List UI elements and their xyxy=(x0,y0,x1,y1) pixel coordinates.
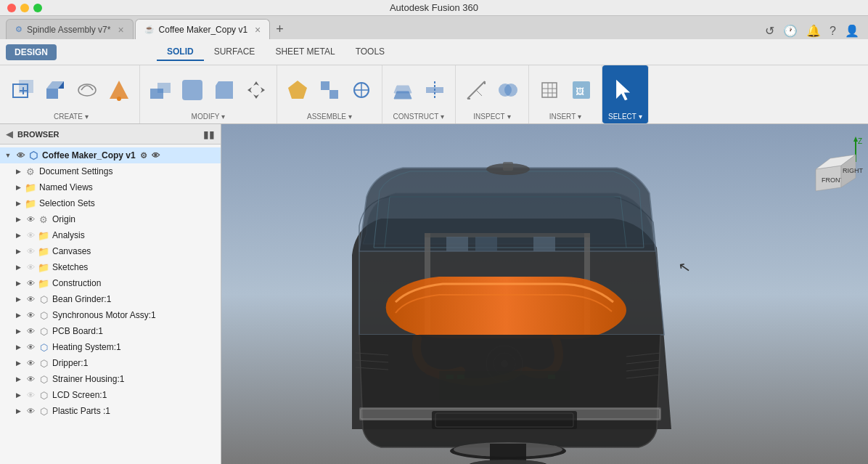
insert-mesh-tool[interactable] xyxy=(535,76,564,105)
select-label[interactable]: SELECT ▾ xyxy=(608,113,642,121)
move-tool[interactable] xyxy=(242,76,271,105)
tree-expand-strainer[interactable]: ▶ xyxy=(13,374,23,384)
tree-item-pcb[interactable]: ▶ 👁 ⬡ PCB Board:1 xyxy=(0,323,221,339)
tree-eye-analysis[interactable]: 👁 xyxy=(25,229,36,241)
tab-sheet-metal[interactable]: SHEET METAL xyxy=(265,44,345,61)
assemble-group: ASSEMBLE ▾ xyxy=(277,65,382,123)
insert-label[interactable]: INSERT ▾ xyxy=(549,113,582,121)
new-component-tool[interactable] xyxy=(9,76,38,105)
midplane-tool[interactable] xyxy=(420,76,449,105)
tree-item-dripper[interactable]: ▶ 👁 ⬡ Dripper:1 xyxy=(0,355,221,371)
tree-item-motor[interactable]: ▶ 👁 ⬡ Synchronous Motor Assy:1 xyxy=(0,307,221,323)
tree-eye-bean-grinder[interactable]: 👁 xyxy=(25,293,36,305)
tree-expand-motor[interactable]: ▶ xyxy=(13,310,23,320)
tree-item-strainer[interactable]: ▶ 👁 ⬡ Strainer Housing:1 xyxy=(0,371,221,387)
tree-eye-strainer[interactable]: 👁 xyxy=(25,373,36,385)
tree-eye-origin[interactable]: 👁 xyxy=(25,213,36,225)
viewport[interactable]: ↖ Z FRONT RIGHT xyxy=(221,124,868,464)
tree-item-root[interactable]: ▼ 👁 ⬡ Coffee Maker_Copy v1 ⚙ 👁 xyxy=(0,147,221,163)
clock-icon[interactable]: 🕐 xyxy=(780,23,801,39)
offset-plane-tool[interactable] xyxy=(388,76,417,105)
tree-expand-canvases[interactable]: ▶ xyxy=(13,246,23,256)
tree-expand-plastic[interactable]: ▶ xyxy=(13,406,23,416)
tree-item-plastic-parts[interactable]: ▶ 👁 ⬡ Plastic Parts :1 xyxy=(0,403,221,419)
tree-settings-root[interactable]: ⚙ xyxy=(140,151,147,160)
tree-item-doc-settings[interactable]: ▶ ⚙ Document Settings xyxy=(0,163,221,179)
tree-eye-motor[interactable]: 👁 xyxy=(25,309,36,321)
tree-eye-pcb[interactable]: 👁 xyxy=(25,325,36,337)
new-tab-button[interactable]: + xyxy=(271,19,288,39)
viewcube[interactable]: Z FRONT RIGHT xyxy=(801,133,859,191)
create-label[interactable]: CREATE ▾ xyxy=(54,113,89,121)
tree-expand-sketches[interactable]: ▶ xyxy=(13,262,23,272)
tree-expand-doc[interactable]: ▶ xyxy=(13,166,23,176)
tree-eye-construction[interactable]: 👁 xyxy=(25,277,36,289)
tree-item-sketches[interactable]: ▶ 👁 📁 Sketches xyxy=(0,259,221,275)
help-icon[interactable]: ? xyxy=(827,23,839,39)
profile-icon[interactable]: 👤 xyxy=(842,23,862,39)
press-pull-tool[interactable] xyxy=(146,76,175,105)
toolbar: DESIGN SOLID SURFACE SHEET METAL TOOLS xyxy=(0,39,868,124)
browser-collapse-btn[interactable]: ▮▮ xyxy=(203,129,215,140)
construct-label[interactable]: CONSTRUCT ▾ xyxy=(393,113,445,121)
tree-item-named-views[interactable]: ▶ 📁 Named Views xyxy=(0,179,221,195)
tab-coffee[interactable]: ☕ Coffee Maker_Copy v1 × xyxy=(135,19,271,39)
tree-expand-root[interactable]: ▼ xyxy=(3,150,13,160)
motion-link-tool[interactable] xyxy=(347,76,376,105)
interference-tool[interactable] xyxy=(494,76,523,105)
browser-back-icon[interactable]: ◀ xyxy=(6,129,13,139)
tab-coffee-close[interactable]: × xyxy=(255,25,261,35)
maximize-button[interactable] xyxy=(33,4,42,12)
design-button[interactable]: DESIGN xyxy=(6,44,57,60)
tree-item-lcd[interactable]: ▶ 👁 ⬡ LCD Screen:1 xyxy=(0,387,221,403)
tree-expand-lcd[interactable]: ▶ xyxy=(13,390,23,400)
tree-eye-plastic[interactable]: 👁 xyxy=(25,405,36,417)
tab-tools[interactable]: TOOLS xyxy=(345,44,395,61)
tree-eye-lcd[interactable]: 👁 xyxy=(25,389,36,401)
fillet-tool[interactable] xyxy=(178,76,207,105)
tree-expand-construction[interactable]: ▶ xyxy=(13,278,23,288)
tree-item-analysis[interactable]: ▶ 👁 📁 Analysis xyxy=(0,227,221,243)
sketch-tool[interactable] xyxy=(105,76,134,105)
tree-expand-bean-grinder[interactable]: ▶ xyxy=(13,294,23,304)
tree-eye-sketches[interactable]: 👁 xyxy=(25,261,36,273)
tree-expand-dripper[interactable]: ▶ xyxy=(13,358,23,368)
tree-item-heating[interactable]: ▶ 👁 ⬡ Heating System:1 xyxy=(0,339,221,355)
tree-expand-analysis[interactable]: ▶ xyxy=(13,230,23,240)
revolve-tool[interactable] xyxy=(73,76,102,105)
tree-visibility-root[interactable]: 👁 xyxy=(152,151,160,160)
assemble-label[interactable]: ASSEMBLE ▾ xyxy=(307,113,352,121)
tab-solid[interactable]: SOLID xyxy=(157,44,204,61)
chamfer-tool[interactable] xyxy=(210,76,239,105)
inspect-label[interactable]: INSPECT ▾ xyxy=(473,113,510,121)
tree-eye-canvases[interactable]: 👁 xyxy=(25,245,36,257)
joint-tool[interactable] xyxy=(283,76,312,105)
insert-svg-tool[interactable]: 🖼 xyxy=(567,76,596,105)
tree-item-origin[interactable]: ▶ 👁 ⚙ Origin xyxy=(0,211,221,227)
refresh-icon[interactable]: ↺ xyxy=(762,23,777,39)
tree-expand-origin[interactable]: ▶ xyxy=(13,214,23,224)
tree-expand-heating[interactable]: ▶ xyxy=(13,342,23,352)
tree-item-canvases[interactable]: ▶ 👁 📁 Canvases xyxy=(0,243,221,259)
extrude-tool[interactable] xyxy=(41,76,70,105)
tree-expand-named-views[interactable]: ▶ xyxy=(13,182,23,192)
close-button[interactable] xyxy=(7,4,16,12)
tab-surface[interactable]: SURFACE xyxy=(204,44,266,61)
select-tool[interactable] xyxy=(608,73,642,107)
tree-eye-root[interactable]: 👁 xyxy=(15,150,26,161)
as-built-joint-tool[interactable] xyxy=(315,76,344,105)
modify-label[interactable]: MODIFY ▾ xyxy=(192,113,226,121)
tab-spindle-close[interactable]: × xyxy=(118,25,123,35)
tree-item-construction[interactable]: ▶ 👁 📁 Construction xyxy=(0,275,221,291)
tab-spindle[interactable]: ⚙ Spindle Assembly v7* × xyxy=(6,19,134,39)
tree-item-selection-sets[interactable]: ▶ 📁 Selection Sets xyxy=(0,195,221,211)
tree-expand-pcb[interactable]: ▶ xyxy=(13,326,23,336)
tree-item-bean-grinder[interactable]: ▶ 👁 ⬡ Bean Grinder:1 xyxy=(0,291,221,307)
tree-expand-selection-sets[interactable]: ▶ xyxy=(13,198,23,208)
tree-label-root: Coffee Maker_Copy v1 xyxy=(42,150,136,160)
notification-icon[interactable]: 🔔 xyxy=(803,23,824,39)
tree-eye-dripper[interactable]: 👁 xyxy=(25,357,36,369)
minimize-button[interactable] xyxy=(20,4,29,12)
tree-eye-heating[interactable]: 👁 xyxy=(25,341,36,353)
measure-tool[interactable] xyxy=(462,76,491,105)
